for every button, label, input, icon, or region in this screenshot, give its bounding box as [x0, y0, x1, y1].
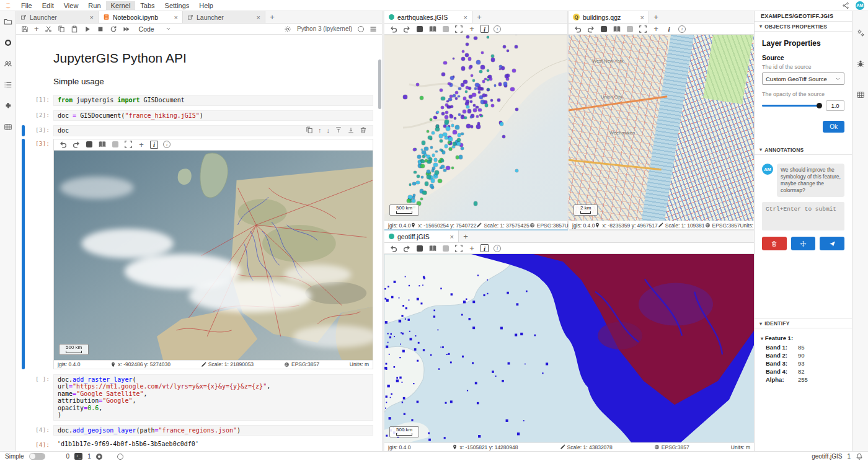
- delete-annotation-button[interactable]: [762, 237, 787, 250]
- copy-icon[interactable]: [58, 25, 65, 33]
- menu-run[interactable]: Run: [83, 1, 105, 10]
- terrain-icon[interactable]: [441, 25, 450, 33]
- code-editor[interactable]: from jupytergis import GISDocument: [53, 95, 373, 106]
- add-layer-icon[interactable]: +: [652, 25, 660, 33]
- kernel-name[interactable]: Python 3 (ipykernel): [297, 25, 352, 32]
- symbology-icon[interactable]: [415, 25, 424, 33]
- bell-icon[interactable]: [856, 453, 863, 460]
- user-avatar[interactable]: AM: [856, 1, 864, 10]
- code-editor[interactable]: doc.add_geojson_layer(path="france_regio…: [53, 425, 373, 436]
- geotiff-map-view[interactable]: 500 km: [384, 254, 754, 442]
- slider-knob[interactable]: [817, 103, 822, 108]
- insert-cell-icon[interactable]: +: [34, 24, 39, 33]
- about-icon[interactable]: i: [162, 140, 171, 149]
- new-tab-button[interactable]: +: [265, 11, 279, 23]
- undo-icon[interactable]: [574, 25, 582, 33]
- tab-geotiff[interactable]: geotiff.jGIS ×: [384, 230, 459, 242]
- save-icon[interactable]: [21, 25, 29, 33]
- menu-kernel[interactable]: Kernel: [106, 1, 136, 10]
- notebook-content[interactable]: JupyterGIS Python API Simple usage [1]: …: [16, 35, 382, 451]
- source-select[interactable]: Custom GeoTiff Source: [762, 72, 844, 85]
- identify-icon[interactable]: i: [150, 141, 158, 149]
- symbology-icon[interactable]: [415, 244, 424, 253]
- run-icon[interactable]: [84, 25, 91, 33]
- move-down-icon[interactable]: ↓: [327, 126, 330, 134]
- code-cell-raster[interactable]: [ ]: doc.add_raster_layer( url="https://…: [16, 374, 373, 421]
- undo-icon[interactable]: [389, 244, 398, 253]
- debugger-icon[interactable]: [856, 59, 865, 68]
- code-cell-2[interactable]: [2]: doc = GISDocument("france_hiking.jG…: [16, 110, 373, 121]
- annotations-header[interactable]: ▾ ANNOTATIONS: [755, 145, 852, 155]
- code-cell-3[interactable]: [3]: doc ↑ ↓: [16, 125, 373, 136]
- extensions-icon[interactable]: [4, 102, 12, 110]
- file-browser-icon[interactable]: [4, 17, 12, 26]
- buildings-map-view[interactable]: West New York Union City Weehawken 2 km: [569, 35, 754, 221]
- center-annotation-button[interactable]: [791, 237, 816, 250]
- menu-settings[interactable]: Settings: [160, 1, 195, 10]
- insert-above-icon[interactable]: [335, 126, 342, 134]
- tab-buildings[interactable]: Q buildings.qgz ×: [569, 11, 649, 23]
- submit-annotation-button[interactable]: [820, 237, 844, 250]
- current-document-label[interactable]: geotiff.jGIS: [812, 453, 842, 460]
- record-icon[interactable]: [4, 38, 12, 47]
- new-tab-button[interactable]: +: [459, 230, 472, 242]
- tab-earthquakes[interactable]: earthquakes.jGIS ×: [384, 11, 472, 23]
- ok-button[interactable]: Ok: [823, 121, 844, 133]
- cell-type-dropdown[interactable]: Code: [136, 25, 174, 33]
- tab-launcher-1[interactable]: Launcher ×: [16, 11, 99, 23]
- earthquakes-map-view[interactable]: 500 km: [384, 35, 567, 221]
- terminal-icon[interactable]: ›_: [74, 453, 82, 460]
- menu-edit[interactable]: Edit: [37, 1, 59, 10]
- objects-properties-header[interactable]: ▾ OBJECTS PROPERTIES: [755, 22, 852, 32]
- terrain-icon[interactable]: [111, 140, 120, 149]
- close-tab-icon[interactable]: ×: [640, 14, 644, 21]
- code-cell-geojson[interactable]: [4]: doc.add_geojson_layer(path="france_…: [16, 425, 373, 436]
- insert-below-icon[interactable]: [347, 126, 355, 134]
- close-tab-icon[interactable]: ×: [174, 14, 178, 21]
- identify-feature-heading[interactable]: ▾ Feature 1:: [761, 335, 844, 341]
- code-editor[interactable]: doc.add_raster_layer( url="https://mt1.g…: [53, 374, 373, 421]
- restart-icon[interactable]: [110, 25, 117, 33]
- menu-help[interactable]: Help: [194, 1, 218, 10]
- opacity-value-input[interactable]: [826, 100, 844, 111]
- code-cell-1[interactable]: [1]: from jupytergis import GISDocument: [16, 95, 373, 106]
- code-editor[interactable]: doc = GISDocument("france_hiking.jGIS"): [53, 110, 373, 121]
- identify-icon[interactable]: i: [665, 25, 673, 33]
- restart-run-all-icon[interactable]: [123, 25, 130, 33]
- redo-icon[interactable]: [72, 140, 81, 149]
- running-sessions-icon[interactable]: [4, 81, 12, 89]
- basemap-gallery-icon[interactable]: [428, 244, 437, 253]
- redo-icon[interactable]: [587, 25, 595, 33]
- notebook-scrollbar[interactable]: [378, 59, 381, 109]
- undo-icon[interactable]: [389, 25, 398, 33]
- annotation-input[interactable]: [762, 202, 844, 230]
- menu-file[interactable]: File: [16, 1, 37, 10]
- identify-header[interactable]: ▾ IDENTIFY: [755, 318, 852, 328]
- delete-cell-icon[interactable]: [360, 126, 367, 134]
- symbology-icon[interactable]: [85, 140, 94, 149]
- panel-menu-icon[interactable]: [370, 25, 377, 33]
- basemap-gallery-icon[interactable]: [613, 25, 621, 33]
- add-layer-icon[interactable]: +: [467, 25, 476, 33]
- new-tab-button[interactable]: +: [472, 11, 486, 23]
- symbology-icon[interactable]: [600, 25, 608, 33]
- move-up-icon[interactable]: ↑: [318, 126, 322, 134]
- tab-launcher-2[interactable]: Launcher ×: [183, 11, 265, 23]
- property-inspector-icon[interactable]: [856, 29, 865, 37]
- opacity-slider[interactable]: [762, 105, 822, 107]
- zoom-extent-icon[interactable]: [454, 25, 463, 33]
- menu-tabs[interactable]: Tabs: [135, 1, 159, 10]
- redo-icon[interactable]: [402, 25, 411, 33]
- paste-icon[interactable]: [71, 25, 78, 33]
- undo-icon[interactable]: [59, 140, 68, 149]
- france-map-view[interactable]: 500 km: [54, 151, 373, 360]
- simple-mode-toggle[interactable]: [29, 453, 45, 460]
- terrain-icon[interactable]: [626, 25, 634, 33]
- add-layer-icon[interactable]: +: [467, 244, 476, 253]
- collaboration-icon[interactable]: [4, 59, 12, 68]
- jgis-panel-icon[interactable]: [856, 90, 865, 99]
- cut-icon[interactable]: [45, 25, 52, 33]
- kernel-icon[interactable]: [96, 454, 102, 460]
- terrain-icon[interactable]: [441, 244, 450, 253]
- about-icon[interactable]: i: [493, 25, 502, 33]
